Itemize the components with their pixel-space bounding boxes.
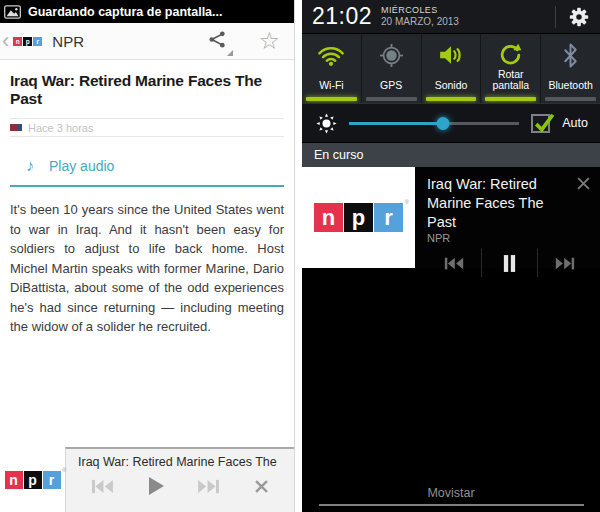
slider-fill <box>349 122 443 126</box>
previous-track-icon[interactable] <box>90 478 115 495</box>
npr-logo: n p r ® <box>314 203 403 232</box>
article-title: Iraq War: Retired Marine Faces The Past <box>10 72 284 108</box>
previous-track-icon <box>443 256 465 271</box>
npr-logo-panel: n p r ® <box>302 167 415 268</box>
article-meta: Hace 3 horas <box>10 119 284 136</box>
tile-sound-label: Sonido <box>435 71 468 91</box>
clock-bar: 21:02 MIÉRCOLES 20 MARZO, 2013 <box>302 0 600 33</box>
npr-logo-small: n p r <box>11 35 44 48</box>
next-track-button[interactable] <box>538 249 592 277</box>
mini-player-controls <box>66 469 294 496</box>
dual-screenshot: Guardando captura de pantalla... ‹ n p r… <box>0 0 600 512</box>
article: Iraq War: Retired Marine Faces The Past … <box>0 60 294 337</box>
mini-player-body: Iraq War: Retired Marine Faces The <box>65 447 294 512</box>
date-block: MIÉRCOLES 20 MARZO, 2013 <box>381 6 555 27</box>
carrier-label: Movistar <box>302 483 600 503</box>
previous-track-button[interactable] <box>427 249 482 277</box>
share-button[interactable] <box>207 29 228 54</box>
npr-logo-panel: n p r ® <box>0 447 65 512</box>
tile-gps[interactable]: GPS <box>362 34 422 103</box>
bluetooth-icon <box>562 43 579 68</box>
vertical-divider <box>555 6 556 28</box>
tile-sound-indicator <box>426 97 477 101</box>
notification-source: NPR <box>427 232 592 244</box>
tile-bluetooth[interactable]: Bluetooth <box>541 34 600 103</box>
tile-sound[interactable]: Sonido <box>422 34 482 103</box>
mini-player-bar: n p r ® Iraq War: Retired Marine Faces T… <box>0 447 294 512</box>
npr-app-screen: Guardando captura de pantalla... ‹ n p r… <box>0 0 295 512</box>
clock-time: 21:02 <box>312 3 372 30</box>
brightness-row: Auto <box>302 103 600 143</box>
notification-title: Iraq War: Retired Marine Faces The Past <box>427 175 592 232</box>
npr-logo: n p r ® <box>5 471 61 489</box>
shade-drag-handle[interactable] <box>302 503 600 512</box>
pause-button[interactable] <box>482 249 537 277</box>
favorite-star-icon[interactable]: ☆ <box>258 29 280 53</box>
weekday-label: MIÉRCOLES <box>381 6 555 16</box>
tile-rotate-label: Rotar pantalla <box>481 69 540 91</box>
auto-brightness-checkbox[interactable] <box>531 114 550 133</box>
android-status-bar: Guardando captura de pantalla... <box>0 0 294 23</box>
next-track-icon[interactable] <box>196 478 221 495</box>
tile-gps-indicator <box>366 97 417 101</box>
divider <box>10 136 284 137</box>
article-timestamp: Hace 3 horas <box>28 122 93 134</box>
play-audio-label: Play audio <box>49 158 114 174</box>
date-label: 20 MARZO, 2013 <box>381 16 555 27</box>
source-flag-icon <box>10 124 22 131</box>
brightness-slider[interactable] <box>349 116 519 130</box>
dismiss-notification-icon[interactable] <box>576 176 591 191</box>
tile-wifi-label: Wi-Fi <box>319 71 344 91</box>
tile-rotate[interactable]: Rotar pantalla <box>481 34 541 103</box>
panel-gap <box>295 0 302 512</box>
wifi-icon <box>317 45 345 66</box>
notification-shade-screen: 21:02 MIÉRCOLES 20 MARZO, 2013 <box>302 0 600 512</box>
settings-gear-icon[interactable] <box>568 6 590 28</box>
media-notification[interactable]: n p r ® Iraq War: Retired Marine Faces T… <box>302 167 600 268</box>
sound-icon <box>438 44 464 66</box>
app-title: NPR <box>52 33 207 50</box>
music-note-icon: ♪ <box>26 157 34 175</box>
next-track-icon <box>554 256 576 271</box>
tile-bluetooth-label: Bluetooth <box>548 71 592 91</box>
brightness-icon <box>316 113 337 134</box>
share-icon <box>207 29 228 50</box>
notification-body: Iraq War: Retired Marine Faces The Past … <box>415 167 600 268</box>
ongoing-section-header: En curso <box>302 143 600 167</box>
empty-notification-area <box>302 268 600 483</box>
tile-gps-label: GPS <box>380 71 402 91</box>
slider-thumb[interactable] <box>436 117 449 130</box>
auto-brightness-label: Auto <box>562 116 588 130</box>
handle-bar <box>319 504 584 506</box>
notification-media-controls <box>427 249 592 277</box>
tile-wifi[interactable]: Wi-Fi <box>302 34 362 103</box>
gps-icon <box>379 43 404 68</box>
status-message: Guardando captura de pantalla... <box>28 5 222 19</box>
mini-player-title: Iraq War: Retired Marine Faces The <box>66 449 294 469</box>
tile-wifi-indicator <box>306 97 357 101</box>
teal-divider <box>10 185 284 187</box>
article-body: It's been 10 years since the United Stat… <box>10 200 284 337</box>
tile-bluetooth-indicator <box>545 97 596 101</box>
screenshot-image-icon <box>4 5 21 19</box>
close-player-icon[interactable] <box>253 478 270 495</box>
rotate-screen-icon <box>498 42 523 67</box>
app-header: ‹ n p r NPR ☆ <box>0 23 294 60</box>
pause-icon <box>502 255 517 272</box>
tile-rotate-indicator <box>485 97 536 101</box>
play-icon[interactable] <box>147 476 165 496</box>
share-caret-icon <box>227 50 233 56</box>
play-audio-link[interactable]: ♪ Play audio <box>10 157 284 175</box>
quick-settings-row: Wi-Fi GPS <box>302 33 600 103</box>
checkmark-icon <box>533 112 555 134</box>
back-icon[interactable]: ‹ <box>2 30 9 52</box>
